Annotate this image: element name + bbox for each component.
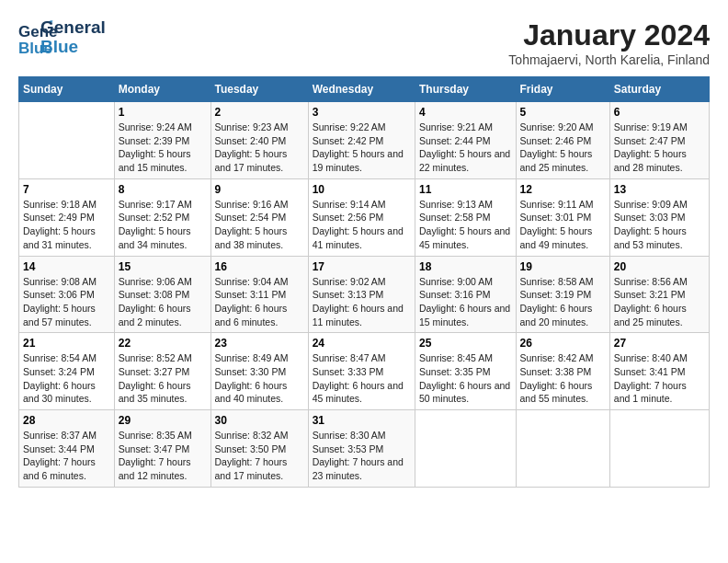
day-info: Sunrise: 8:56 AMSunset: 3:21 PMDaylight:… — [614, 276, 688, 327]
day-info: Sunrise: 8:37 AMSunset: 3:44 PMDaylight:… — [23, 430, 97, 481]
calendar-cell: 25Sunrise: 8:45 AMSunset: 3:35 PMDayligh… — [415, 333, 516, 410]
calendar-week-row: 1Sunrise: 9:24 AMSunset: 2:39 PMDaylight… — [19, 102, 710, 179]
calendar-cell: 29Sunrise: 8:35 AMSunset: 3:47 PMDayligh… — [114, 410, 210, 488]
day-number: 30 — [215, 414, 304, 427]
day-number: 27 — [614, 337, 705, 350]
day-info: Sunrise: 9:23 AMSunset: 2:40 PMDaylight:… — [215, 121, 289, 173]
day-info: Sunrise: 9:16 AMSunset: 2:54 PMDaylight:… — [215, 199, 289, 250]
calendar-cell: 20Sunrise: 8:56 AMSunset: 3:21 PMDayligh… — [609, 256, 709, 333]
day-info: Sunrise: 8:54 AMSunset: 3:24 PMDaylight:… — [23, 352, 97, 404]
day-number: 4 — [419, 106, 512, 119]
calendar-cell: 5Sunrise: 9:20 AMSunset: 2:46 PMDaylight… — [516, 102, 609, 179]
day-number: 26 — [520, 337, 606, 350]
calendar-cell: 2Sunrise: 9:23 AMSunset: 2:40 PMDaylight… — [210, 102, 308, 179]
page-subtitle: Tohmajaervi, North Karelia, Finland — [508, 52, 710, 67]
day-number: 16 — [215, 260, 304, 273]
calendar-cell: 22Sunrise: 8:52 AMSunset: 3:27 PMDayligh… — [114, 333, 210, 410]
calendar-cell: 27Sunrise: 8:40 AMSunset: 3:41 PMDayligh… — [609, 333, 709, 410]
day-number: 15 — [119, 260, 207, 273]
day-number: 11 — [419, 183, 512, 196]
calendar-cell: 17Sunrise: 9:02 AMSunset: 3:13 PMDayligh… — [308, 256, 415, 333]
day-info: Sunrise: 8:58 AMSunset: 3:19 PMDaylight:… — [520, 276, 594, 327]
day-info: Sunrise: 8:49 AMSunset: 3:30 PMDaylight:… — [215, 352, 289, 404]
day-number: 24 — [313, 337, 411, 350]
day-info: Sunrise: 9:04 AMSunset: 3:11 PMDaylight:… — [215, 276, 289, 327]
calendar-cell: 1Sunrise: 9:24 AMSunset: 2:39 PMDaylight… — [114, 102, 210, 179]
calendar-cell: 14Sunrise: 9:08 AMSunset: 3:06 PMDayligh… — [19, 256, 115, 333]
day-info: Sunrise: 9:08 AMSunset: 3:06 PMDaylight:… — [23, 276, 97, 327]
day-number: 20 — [614, 260, 705, 273]
day-number: 5 — [520, 106, 606, 119]
calendar-cell — [516, 410, 609, 488]
calendar-day-header: Tuesday — [210, 77, 308, 102]
calendar-cell: 3Sunrise: 9:22 AMSunset: 2:42 PMDaylight… — [308, 102, 415, 179]
day-info: Sunrise: 9:06 AMSunset: 3:08 PMDaylight:… — [119, 276, 192, 327]
calendar-week-row: 28Sunrise: 8:37 AMSunset: 3:44 PMDayligh… — [19, 410, 710, 488]
day-info: Sunrise: 8:35 AMSunset: 3:47 PMDaylight:… — [119, 430, 192, 481]
calendar-cell: 18Sunrise: 9:00 AMSunset: 3:16 PMDayligh… — [415, 256, 516, 333]
calendar-cell: 9Sunrise: 9:16 AMSunset: 2:54 PMDaylight… — [210, 178, 308, 256]
logo-blue-text: Blue — [40, 38, 106, 57]
day-number: 14 — [23, 260, 110, 273]
day-info: Sunrise: 9:14 AMSunset: 2:56 PMDaylight:… — [313, 199, 404, 250]
calendar-day-header: Saturday — [609, 77, 709, 102]
day-number: 31 — [313, 414, 411, 427]
day-info: Sunrise: 9:17 AMSunset: 2:52 PMDaylight:… — [119, 199, 192, 250]
day-number: 3 — [313, 106, 411, 119]
day-info: Sunrise: 9:13 AMSunset: 2:58 PMDaylight:… — [419, 199, 510, 250]
calendar-cell: 13Sunrise: 9:09 AMSunset: 3:03 PMDayligh… — [609, 178, 709, 256]
calendar-day-header: Thursday — [415, 77, 516, 102]
day-info: Sunrise: 9:21 AMSunset: 2:44 PMDaylight:… — [419, 121, 510, 173]
day-number: 18 — [419, 260, 512, 273]
day-number: 17 — [313, 260, 411, 273]
calendar-week-row: 14Sunrise: 9:08 AMSunset: 3:06 PMDayligh… — [19, 256, 710, 333]
calendar-cell: 28Sunrise: 8:37 AMSunset: 3:44 PMDayligh… — [19, 410, 115, 488]
calendar-cell: 19Sunrise: 8:58 AMSunset: 3:19 PMDayligh… — [516, 256, 609, 333]
day-number: 6 — [614, 106, 705, 119]
calendar-cell: 12Sunrise: 9:11 AMSunset: 3:01 PMDayligh… — [516, 178, 609, 256]
day-info: Sunrise: 9:18 AMSunset: 2:49 PMDaylight:… — [23, 199, 97, 250]
calendar-cell: 6Sunrise: 9:19 AMSunset: 2:47 PMDaylight… — [609, 102, 709, 179]
calendar-cell: 15Sunrise: 9:06 AMSunset: 3:08 PMDayligh… — [114, 256, 210, 333]
day-info: Sunrise: 9:02 AMSunset: 3:13 PMDaylight:… — [313, 276, 404, 327]
calendar-cell — [19, 102, 115, 179]
day-info: Sunrise: 8:47 AMSunset: 3:33 PMDaylight:… — [313, 352, 404, 404]
day-number: 12 — [520, 183, 606, 196]
day-number: 22 — [119, 337, 207, 350]
day-info: Sunrise: 8:42 AMSunset: 3:38 PMDaylight:… — [520, 352, 594, 404]
day-info: Sunrise: 9:22 AMSunset: 2:42 PMDaylight:… — [313, 121, 404, 173]
day-info: Sunrise: 9:19 AMSunset: 2:47 PMDaylight:… — [614, 121, 688, 173]
logo: General Blue General Blue — [18, 18, 106, 57]
day-info: Sunrise: 9:11 AMSunset: 3:01 PMDaylight:… — [520, 199, 594, 250]
calendar-cell: 31Sunrise: 8:30 AMSunset: 3:53 PMDayligh… — [308, 410, 415, 488]
page-header: General Blue General Blue January 2024 T… — [18, 18, 710, 67]
calendar-cell: 4Sunrise: 9:21 AMSunset: 2:44 PMDaylight… — [415, 102, 516, 179]
calendar-cell: 10Sunrise: 9:14 AMSunset: 2:56 PMDayligh… — [308, 178, 415, 256]
day-info: Sunrise: 8:40 AMSunset: 3:41 PMDaylight:… — [614, 352, 688, 404]
day-info: Sunrise: 9:09 AMSunset: 3:03 PMDaylight:… — [614, 199, 688, 250]
day-number: 28 — [23, 414, 110, 427]
day-number: 25 — [419, 337, 512, 350]
day-info: Sunrise: 9:24 AMSunset: 2:39 PMDaylight:… — [119, 121, 192, 173]
day-info: Sunrise: 9:00 AMSunset: 3:16 PMDaylight:… — [419, 276, 510, 327]
calendar-cell: 16Sunrise: 9:04 AMSunset: 3:11 PMDayligh… — [210, 256, 308, 333]
calendar-cell: 24Sunrise: 8:47 AMSunset: 3:33 PMDayligh… — [308, 333, 415, 410]
calendar-cell: 21Sunrise: 8:54 AMSunset: 3:24 PMDayligh… — [19, 333, 115, 410]
calendar-cell — [415, 410, 516, 488]
calendar-day-header: Monday — [114, 77, 210, 102]
calendar-cell: 7Sunrise: 9:18 AMSunset: 2:49 PMDaylight… — [19, 178, 115, 256]
logo-general-text: General — [40, 18, 106, 38]
day-number: 13 — [614, 183, 705, 196]
day-number: 29 — [119, 414, 207, 427]
calendar-day-header: Friday — [516, 77, 609, 102]
day-number: 19 — [520, 260, 606, 273]
calendar-cell: 23Sunrise: 8:49 AMSunset: 3:30 PMDayligh… — [210, 333, 308, 410]
page-title: January 2024 — [508, 18, 710, 52]
day-info: Sunrise: 8:52 AMSunset: 3:27 PMDaylight:… — [119, 352, 192, 404]
calendar-day-header: Sunday — [19, 77, 115, 102]
calendar-week-row: 21Sunrise: 8:54 AMSunset: 3:24 PMDayligh… — [19, 333, 710, 410]
day-number: 7 — [23, 183, 110, 196]
calendar-cell — [609, 410, 709, 488]
day-number: 9 — [215, 183, 304, 196]
calendar-header-row: SundayMondayTuesdayWednesdayThursdayFrid… — [19, 77, 710, 102]
